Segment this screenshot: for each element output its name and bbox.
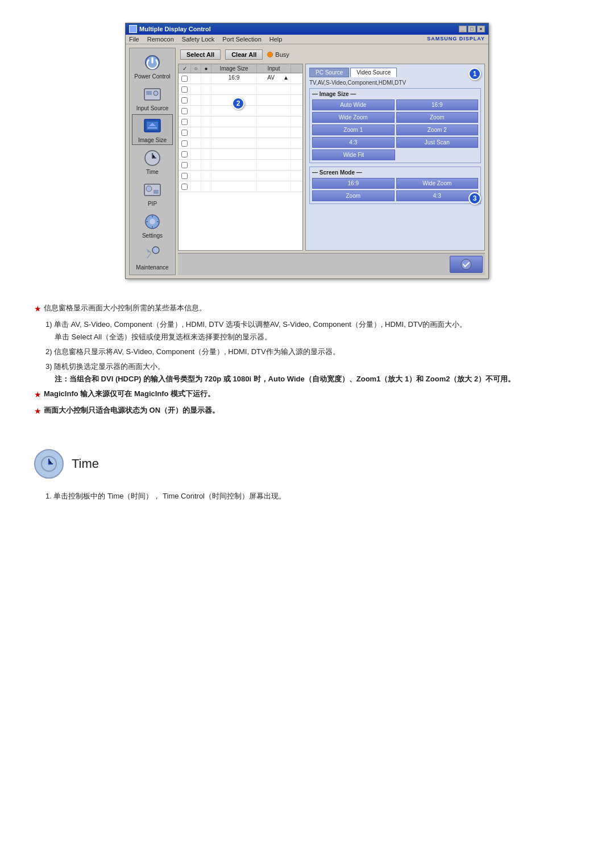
note-star-3-text: 画面大小控制只适合电源状态为 ON（开）的显示器。 <box>44 404 219 417</box>
menu-port-selection[interactable]: Port Selection <box>222 36 261 43</box>
sidebar-item-time[interactable]: Time <box>132 146 173 177</box>
samsung-logo: SAMSUNG DISPLAY <box>427 36 485 43</box>
app-body: Power Control Input Source <box>126 44 488 279</box>
busy-label: Busy <box>275 51 289 58</box>
row-checkbox-6[interactable] <box>181 130 188 136</box>
row-checkbox-4[interactable] <box>181 108 188 114</box>
btn-sm-4-3[interactable]: 4:3 <box>396 190 479 201</box>
app-window: Multiple Display Control _ □ × File Remo… <box>125 23 489 279</box>
note-item-2: 2) 信息窗格只显示将AV, S-Video, Component（分量）, H… <box>45 346 580 358</box>
toolbar: Select All Clear All Busy <box>178 48 485 61</box>
row-checkbox-11[interactable] <box>181 184 188 190</box>
btn-sm-16-9[interactable]: 16:9 <box>312 178 395 189</box>
maximize-button[interactable]: □ <box>468 26 476 32</box>
tab-pc-source[interactable]: PC Source <box>309 68 349 77</box>
row-status-1 <box>201 73 211 84</box>
time-step-1: 1. 单击控制板中的 Time（时间）， Time Control（时间控制）屏… <box>45 490 580 502</box>
btn-wide-fit[interactable]: Wide Fit <box>312 149 395 160</box>
sidebar-item-input[interactable]: Input Source <box>132 82 173 113</box>
screen-mode-buttons: 16:9 Wide Zoom Zoom 4:3 <box>312 178 478 201</box>
btn-4-3[interactable]: 4:3 <box>312 137 395 148</box>
menu-file[interactable]: File <box>129 36 139 43</box>
settings-icon <box>142 211 163 232</box>
screen-mode-title: — Screen Mode — <box>312 169 478 176</box>
row-id-1 <box>191 73 201 84</box>
clear-all-button[interactable]: Clear All <box>225 49 263 60</box>
row-checkbox-10[interactable] <box>181 173 188 179</box>
table-row <box>179 138 302 149</box>
btn-zoom2[interactable]: Zoom 2 <box>396 124 479 135</box>
menu-bar: File Remocon Safety Lock Port Selection … <box>126 35 488 44</box>
image-size-section: — Image Size — Auto Wide 16:9 Wide Zoom … <box>309 88 481 163</box>
menu-remocon[interactable]: Remocon <box>147 36 174 43</box>
sidebar-item-settings[interactable]: Settings <box>132 210 173 240</box>
close-button[interactable]: × <box>477 26 485 32</box>
notes-section: ★ 信息窗格显示画面大小控制所需的某些基本信息。 1) 单击 AV, S-Vid… <box>34 296 580 438</box>
table-row <box>179 160 302 171</box>
star-icon-2: ★ <box>34 388 42 402</box>
minimize-button[interactable]: _ <box>459 26 467 32</box>
btn-wide-zoom[interactable]: Wide Zoom <box>312 112 395 123</box>
header-imagesize: Image Size <box>211 64 257 73</box>
row-imagesize-1: 16:9 <box>211 73 257 84</box>
image-size-buttons: Auto Wide 16:9 Wide Zoom Zoom Zoom 1 Zoo… <box>312 99 478 160</box>
tab-video-source[interactable]: Video Source <box>350 68 397 77</box>
image-size-icon <box>142 116 163 136</box>
source-tabs: PC Source Video Source <box>309 68 481 77</box>
btn-16-9[interactable]: 16:9 <box>396 99 479 110</box>
table-row <box>179 117 302 127</box>
sidebar-item-power[interactable]: Power Control <box>132 51 173 81</box>
btn-sm-wide-zoom[interactable]: Wide Zoom <box>396 178 479 189</box>
busy-dot <box>267 52 273 57</box>
btn-sm-zoom[interactable]: Zoom <box>312 190 395 201</box>
sidebar-item-pip[interactable]: PIP <box>132 178 173 209</box>
sidebar-label-time: Time <box>146 169 159 175</box>
note-2-text: 2) 信息窗格只显示将AV, S-Video, Component（分量）, H… <box>45 347 340 356</box>
header-id: ○ <box>191 64 201 73</box>
svg-rect-2 <box>146 91 152 95</box>
svg-rect-9 <box>154 190 159 194</box>
main-content: Select All Clear All Busy ✓ ○ ● <box>178 48 485 275</box>
maintenance-icon <box>142 243 163 264</box>
row-checkbox-1[interactable] <box>181 76 188 82</box>
left-sidebar: Power Control Input Source <box>129 48 176 275</box>
time-icon <box>142 148 163 168</box>
row-checkbox-8[interactable] <box>181 151 188 157</box>
window-title: Multiple Display Control <box>139 26 211 32</box>
menu-help[interactable]: Help <box>269 36 283 43</box>
right-panel: 1 PC Source Video Source TV,AV,S-Video,C… <box>305 64 485 251</box>
note-item-3a: 3) 随机切换选定显示器的画面大小。 注：当组合和 DVI (HDCP) 的输入… <box>45 360 580 385</box>
sidebar-label-maintenance: Maintenance <box>136 264 168 271</box>
row-checkbox-5[interactable] <box>181 119 188 125</box>
callout-3: 3 <box>468 192 481 205</box>
star-icon-1: ★ <box>34 302 42 316</box>
table-row <box>179 149 302 160</box>
btn-just-scan[interactable]: Just Scan <box>396 137 479 148</box>
sidebar-item-imagesize[interactable]: Image Size <box>132 114 173 145</box>
note-1b-text: 单击 Select All（全选）按钮或使用复选框来选择要控制的显示器。 <box>55 331 580 343</box>
header-input: Input <box>257 64 291 73</box>
panel-subtitle: TV,AV,S-Video,Component,HDMI,DTV <box>309 80 481 86</box>
row-checkbox-9[interactable] <box>181 162 188 168</box>
table-header: ✓ ○ ● Image Size Input <box>179 64 302 73</box>
image-size-title: — Image Size — <box>312 91 478 97</box>
sidebar-item-maintenance[interactable]: Maintenance <box>132 242 173 272</box>
time-section-title: Time <box>72 456 99 471</box>
row-checkbox-3[interactable] <box>181 97 188 103</box>
select-all-button[interactable]: Select All <box>180 49 221 60</box>
btn-zoom[interactable]: Zoom <box>396 112 479 123</box>
sidebar-label-input: Input Source <box>136 105 169 111</box>
table-row <box>179 181 302 192</box>
svg-point-3 <box>154 91 158 95</box>
row-checkbox-7[interactable] <box>181 140 188 147</box>
sidebar-label-settings: Settings <box>142 232 163 239</box>
btn-zoom1[interactable]: Zoom 1 <box>312 124 395 135</box>
menu-safety-lock[interactable]: Safety Lock <box>182 36 214 43</box>
svg-point-10 <box>146 186 152 192</box>
sidebar-label-pip: PIP <box>148 201 157 207</box>
note-star-2-text: MagicInfo 输入来源仅可在 MagicInfo 模式下运行。 <box>44 388 215 400</box>
note-star-2: ★ MagicInfo 输入来源仅可在 MagicInfo 模式下运行。 <box>34 388 580 402</box>
row-checkbox-2[interactable] <box>181 86 188 93</box>
ok-button[interactable] <box>450 256 483 273</box>
btn-auto-wide[interactable]: Auto Wide <box>312 99 395 110</box>
